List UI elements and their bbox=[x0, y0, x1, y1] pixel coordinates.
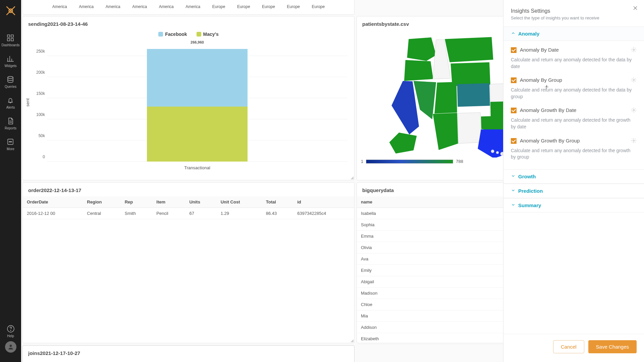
table-row[interactable]: Addison bbox=[357, 322, 503, 333]
nav-more[interactable]: More bbox=[2, 133, 20, 154]
chevron-down-icon bbox=[511, 202, 516, 208]
gear-icon[interactable] bbox=[631, 47, 637, 54]
panel-title: bigquerydata bbox=[357, 183, 503, 196]
table-row[interactable]: Ava bbox=[357, 253, 503, 265]
col-header[interactable]: Unit Cost bbox=[217, 196, 262, 208]
col-header[interactable]: Rep bbox=[121, 196, 153, 208]
col-header[interactable]: Units bbox=[185, 196, 216, 208]
nav-help[interactable]: Help bbox=[0, 320, 21, 341]
bell-icon bbox=[6, 96, 15, 105]
gear-icon[interactable] bbox=[631, 107, 637, 114]
nav-help-label: Help bbox=[7, 334, 14, 338]
cell: Pencil bbox=[152, 208, 185, 219]
panel-joins[interactable]: joins2021-12-17-10-27 bbox=[22, 345, 355, 362]
nav-queries[interactable]: Queries bbox=[2, 71, 20, 92]
table-row[interactable]: Emily bbox=[357, 265, 503, 276]
panel-bigquery[interactable]: bigquerydata nameIsabellaSophiaEmmaOlivi… bbox=[357, 182, 503, 343]
col-header[interactable]: Region bbox=[83, 196, 120, 208]
table-row[interactable]: Mia bbox=[357, 310, 503, 322]
cell: Sophia bbox=[357, 219, 503, 231]
doc-icon bbox=[6, 117, 15, 125]
nav-reports[interactable]: Reports bbox=[2, 113, 20, 133]
resize-handle-icon[interactable] bbox=[351, 176, 354, 179]
option-description: Calculate and return any anomaly detecte… bbox=[511, 84, 637, 100]
axis-tick-label: Europe bbox=[212, 4, 225, 9]
table-row[interactable]: Emma bbox=[357, 231, 503, 242]
drawer-title: Insights Settings bbox=[511, 8, 637, 14]
cell: Mia bbox=[357, 310, 503, 322]
axis-tick-label: Europe bbox=[287, 4, 300, 9]
legend-item[interactable]: Facebook bbox=[158, 32, 187, 37]
resize-handle-icon[interactable] bbox=[351, 339, 354, 342]
col-header[interactable]: name bbox=[357, 196, 503, 208]
table-row[interactable]: Chloe bbox=[357, 299, 503, 310]
left-nav: DashboardsWidgetsQueriesAlertsReportsMor… bbox=[0, 0, 21, 362]
section-anomaly[interactable]: Anomaly bbox=[503, 26, 644, 41]
panel-top-fragment: AmericaAmericaAmericaAmericaAmericaAmeri… bbox=[22, 0, 355, 15]
chevron-down-icon bbox=[511, 174, 516, 179]
bar-column: 266,960 bbox=[147, 48, 248, 162]
nav-label: Dashboards bbox=[2, 43, 20, 47]
section-label: Growth bbox=[518, 174, 536, 179]
y-tick-label: 50k bbox=[30, 133, 45, 138]
state-ks bbox=[490, 101, 503, 116]
panel-order-table[interactable]: order2022-12-14-13-17 OrderDateRegionRep… bbox=[22, 182, 355, 343]
section-summary[interactable]: Summary bbox=[503, 198, 644, 213]
scale-max: 788 bbox=[456, 159, 463, 164]
cell: Smith bbox=[121, 208, 153, 219]
nav-widgets[interactable]: Widgets bbox=[2, 50, 20, 71]
close-button[interactable] bbox=[632, 5, 639, 13]
table-row[interactable]: 2016-12-12 00CentralSmithPencil671.2986.… bbox=[23, 208, 354, 219]
user-avatar[interactable] bbox=[5, 341, 16, 353]
col-header[interactable]: OrderDate bbox=[23, 196, 83, 208]
drawer-subtitle: Select the type of insights you want to … bbox=[511, 15, 637, 20]
checkbox[interactable] bbox=[511, 108, 517, 113]
table-row[interactable]: Sophia bbox=[357, 219, 503, 231]
option-label: Anomaly By Date bbox=[520, 47, 628, 53]
state-ok bbox=[481, 115, 503, 130]
table-row[interactable]: Olivia bbox=[357, 242, 503, 253]
section-label: Anomaly bbox=[518, 31, 539, 37]
state-az bbox=[433, 113, 458, 150]
cell: Central bbox=[83, 208, 120, 219]
col-header[interactable]: Item bbox=[152, 196, 185, 208]
svg-point-18 bbox=[633, 110, 634, 111]
col-header[interactable]: Total bbox=[262, 196, 293, 208]
checkbox[interactable] bbox=[511, 138, 517, 144]
checkbox[interactable] bbox=[511, 47, 517, 53]
cell: Addison bbox=[357, 322, 503, 333]
table-row[interactable]: Madison bbox=[357, 288, 503, 299]
y-tick-label: 150k bbox=[30, 91, 45, 96]
cell: Chloe bbox=[357, 299, 503, 310]
legend-item[interactable]: Macy's bbox=[197, 32, 219, 37]
nav-alerts[interactable]: Alerts bbox=[2, 92, 20, 113]
panel-sending-bar-chart[interactable]: sending2021-08-23-14-46 FacebookMacy's s… bbox=[22, 16, 355, 180]
bar-chart-area: sent 050k100k150k200k250k266,960Transact… bbox=[47, 40, 347, 174]
cell: Emma bbox=[357, 231, 503, 242]
svg-rect-1 bbox=[7, 35, 10, 37]
option-anomaly-growth-by-date: Anomaly Growth By DateCalculate and retu… bbox=[511, 104, 637, 134]
table-row[interactable]: Abigail bbox=[357, 276, 503, 288]
table-row[interactable]: Isabella bbox=[357, 208, 503, 219]
nav-label: Queries bbox=[5, 85, 16, 88]
cell: Elizabeth bbox=[357, 333, 503, 345]
gear-icon[interactable] bbox=[631, 77, 637, 84]
save-changes-button[interactable]: Save Changes bbox=[588, 340, 637, 353]
nav-label: Widgets bbox=[4, 64, 16, 68]
panel-patients-map[interactable]: patientsbystate.csv bbox=[357, 16, 503, 180]
bar-segment-macys[interactable] bbox=[147, 107, 248, 162]
table-row[interactable]: Elizabeth bbox=[357, 333, 503, 345]
nav-dashboards[interactable]: Dashboards bbox=[2, 29, 20, 50]
bar-total-label: 266,960 bbox=[191, 40, 204, 44]
section-prediction[interactable]: Prediction bbox=[503, 184, 644, 198]
col-header[interactable]: id bbox=[293, 196, 354, 208]
section-growth[interactable]: Growth bbox=[503, 169, 644, 184]
bar-segment-facebook[interactable] bbox=[147, 49, 248, 107]
option-anomaly-by-group: Anomaly By GroupCalculate and return any… bbox=[511, 74, 637, 104]
gear-icon[interactable] bbox=[631, 138, 637, 145]
cancel-button[interactable]: Cancel bbox=[553, 340, 584, 353]
axis-tick-label: America bbox=[79, 4, 94, 9]
checkbox[interactable] bbox=[511, 77, 517, 83]
map-scale: 1 788 bbox=[357, 158, 503, 167]
cell: 1.29 bbox=[217, 208, 262, 219]
